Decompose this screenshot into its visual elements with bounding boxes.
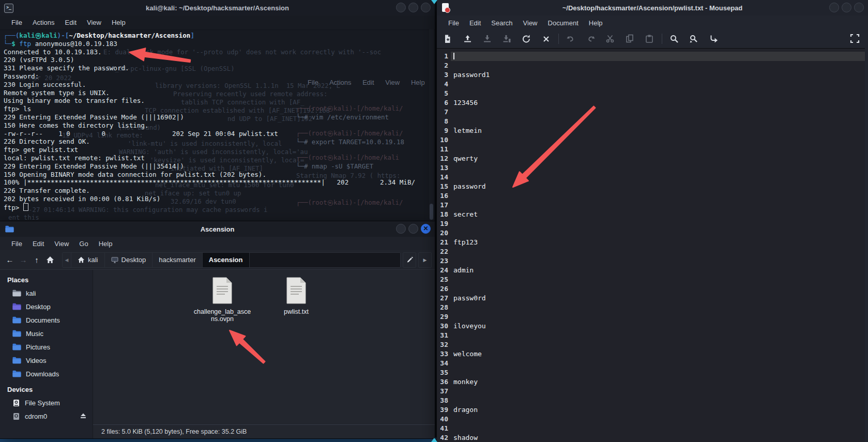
- sidebar-device-file-system[interactable]: File System: [0, 396, 93, 409]
- fullscreen-button[interactable]: [850, 34, 860, 43]
- copy-icon[interactable]: [625, 34, 635, 44]
- line-number: 13: [437, 163, 451, 173]
- new-document-icon[interactable]: [443, 34, 453, 44]
- line-number: 38: [437, 396, 451, 405]
- jump-to-icon[interactable]: [709, 34, 719, 44]
- mousepad-minimize-button[interactable]: [829, 3, 839, 12]
- mousepad-menu-help[interactable]: Help: [584, 19, 608, 27]
- file-manager-content[interactable]: challenge_lab_ascens.ovpnpwlist.txt: [93, 270, 435, 425]
- eject-icon[interactable]: [80, 413, 86, 420]
- breadcrumb-ascension[interactable]: Ascension: [203, 253, 250, 267]
- editor-line-text: [451, 396, 865, 405]
- editor-line: 19: [437, 219, 865, 228]
- terminal-scrollbar-handle[interactable]: [430, 204, 433, 220]
- terminal-menu-file[interactable]: File: [6, 19, 27, 26]
- sidebar-place-downloads[interactable]: Downloads: [0, 367, 93, 380]
- paste-icon[interactable]: [645, 34, 654, 44]
- mousepad-menu-document[interactable]: Document: [543, 19, 584, 27]
- file-challenge_lab_ascens.ovpn[interactable]: challenge_lab_ascens.ovpn: [190, 277, 254, 323]
- find-icon[interactable]: [669, 34, 679, 44]
- sidebar-place-music[interactable]: Music: [0, 327, 93, 340]
- save-file-icon[interactable]: [482, 34, 492, 44]
- terminal-line: 229 Entering Extended Passive Mode (|||1…: [4, 113, 415, 121]
- file-manager-title: Ascension: [0, 225, 435, 233]
- breadcrumb-desktop[interactable]: Desktop: [105, 253, 153, 267]
- file-manager-menu-edit[interactable]: Edit: [27, 240, 49, 248]
- editor-line-text: [451, 89, 865, 98]
- breadcrumb-kali[interactable]: kali: [71, 253, 105, 267]
- mousepad-menu-view[interactable]: View: [518, 19, 543, 27]
- editor-line-text: [451, 303, 865, 312]
- terminal-menu-help[interactable]: Help: [106, 19, 131, 26]
- breadcrumb-scroll-right-icon[interactable]: ▶: [418, 252, 432, 268]
- devices-header: Devices: [0, 384, 93, 396]
- sidebar-place-pictures[interactable]: Pictures: [0, 340, 93, 354]
- file-manager-window: Ascension ✕ FileEditViewGoHelp ← → ↑ ◀ k…: [0, 221, 435, 438]
- file-manager-menu-view[interactable]: View: [49, 240, 74, 248]
- sidebar-item-label: Downloads: [26, 370, 59, 378]
- undo-icon[interactable]: [566, 34, 576, 44]
- home-button[interactable]: [43, 253, 57, 267]
- file-manager-menu-help[interactable]: Help: [94, 240, 118, 248]
- find-replace-icon[interactable]: [689, 34, 699, 44]
- terminal-menu-actions[interactable]: Actions: [27, 19, 60, 26]
- editor-line: 32: [437, 340, 865, 349]
- close-document-icon[interactable]: [541, 34, 551, 44]
- folder-videos-icon: [12, 357, 21, 364]
- back-button[interactable]: ←: [3, 253, 17, 267]
- line-number: 37: [437, 387, 451, 396]
- file-manager-minimize-button[interactable]: [396, 224, 406, 234]
- terminal-line: 100% |**********************************…: [4, 178, 415, 187]
- line-number: 33: [437, 349, 451, 359]
- file-manager-close-button[interactable]: ✕: [421, 224, 431, 234]
- breadcrumb-scroll-left-icon[interactable]: ◀: [63, 253, 71, 267]
- terminal-window: >_ kali@kali: ~/Desktop/hacksmarter/Asce…: [0, 0, 435, 221]
- save-as-icon[interactable]: [502, 34, 512, 44]
- mousepad-menu-edit[interactable]: Edit: [464, 19, 486, 27]
- mousepad-titlebar[interactable]: ~/Desktop/hacksmarter/Ascension/pwlist.t…: [437, 0, 868, 16]
- path-edit-button[interactable]: [403, 252, 416, 268]
- line-number: 14: [437, 173, 451, 182]
- file-manager-menu-go[interactable]: Go: [74, 240, 93, 248]
- line-number: 6: [437, 98, 451, 108]
- editor-line-text: [451, 424, 865, 433]
- file-manager-maximize-button[interactable]: [408, 224, 418, 234]
- terminal-maximize-button[interactable]: [408, 3, 418, 12]
- file-manager-titlebar[interactable]: Ascension ✕: [0, 221, 435, 237]
- cut-icon[interactable]: [605, 34, 615, 44]
- redo-icon[interactable]: [586, 34, 596, 44]
- editor-line-text: [451, 80, 865, 89]
- editor-line-text: [451, 61, 865, 70]
- editor-line-text: password: [451, 182, 865, 191]
- terminal-scrollbar[interactable]: [429, 29, 434, 221]
- mousepad-maximize-button[interactable]: [842, 3, 851, 12]
- mousepad-menu-search[interactable]: Search: [486, 19, 517, 27]
- reload-file-icon[interactable]: [522, 34, 531, 44]
- terminal-menu-edit[interactable]: Edit: [60, 19, 82, 26]
- sidebar-place-desktop[interactable]: Desktop: [0, 300, 93, 313]
- editor-line: 18secret: [437, 210, 865, 219]
- pencil-icon: [406, 256, 413, 263]
- terminal-titlebar[interactable]: >_ kali@kali: ~/Desktop/hacksmarter/Asce…: [0, 0, 435, 16]
- mousepad-menu-file[interactable]: File: [443, 19, 464, 27]
- file-manager-menu-file[interactable]: File: [6, 240, 27, 248]
- terminal-output-area[interactable]: kali@kali: ~/Desktop/hacksmarter/Ascensi…: [0, 29, 435, 221]
- forward-button[interactable]: →: [17, 253, 30, 267]
- terminal-minimize-button[interactable]: [396, 3, 406, 12]
- line-number: 12: [437, 154, 451, 163]
- file-label: pwlist.txt: [264, 309, 328, 316]
- editor-line-text: secret: [451, 210, 865, 219]
- breadcrumb-hacksmarter[interactable]: hacksmarter: [153, 253, 203, 267]
- folder-downloads-icon: [12, 370, 21, 377]
- mousepad-close-button[interactable]: [854, 3, 864, 12]
- file-pwlist.txt[interactable]: pwlist.txt: [264, 277, 328, 316]
- editor-text-area[interactable]: 123password1456123456789letmein101112qwe…: [437, 48, 865, 442]
- up-button[interactable]: ↑: [30, 253, 43, 267]
- sidebar-place-documents[interactable]: Documents: [0, 313, 93, 327]
- sidebar-device-cdrom0[interactable]: cdrom0: [0, 409, 93, 423]
- open-file-icon[interactable]: [463, 34, 473, 44]
- sidebar-place-kali[interactable]: kali: [0, 286, 93, 300]
- terminal-close-button[interactable]: [421, 3, 431, 12]
- sidebar-place-videos[interactable]: Videos: [0, 354, 93, 367]
- terminal-menu-view[interactable]: View: [82, 19, 106, 26]
